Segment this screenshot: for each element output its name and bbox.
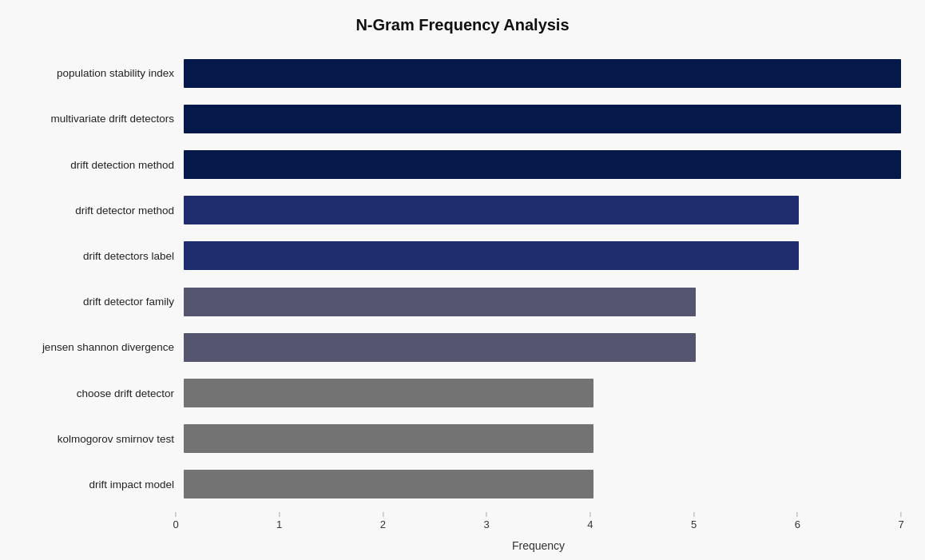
bar — [184, 196, 799, 224]
bar-container — [184, 196, 901, 224]
bar-row: jensen shannon divergence — [16, 324, 901, 370]
chart-title: N-Gram Frequency Analysis — [355, 16, 569, 34]
x-tick: 7 — [898, 512, 903, 530]
x-tick-line — [486, 512, 487, 517]
bar-label: kolmogorov smirnov test — [16, 433, 184, 445]
bar — [184, 424, 594, 453]
x-tick-label: 7 — [898, 518, 903, 530]
x-tick-label: 4 — [587, 518, 593, 530]
bar-row: kolmogorov smirnov test — [16, 416, 901, 462]
x-tick: 6 — [795, 512, 800, 530]
bar — [184, 333, 696, 362]
bar — [184, 470, 594, 498]
x-tick-line — [900, 512, 901, 517]
bar — [184, 150, 901, 179]
bar-row: drift detection method — [16, 141, 901, 187]
bar-row: choose drift detector — [16, 370, 901, 415]
x-tick-label: 5 — [691, 518, 697, 530]
bar-container — [184, 379, 901, 407]
chart-area: population stability indexmultivariate d… — [8, 50, 917, 552]
bar — [184, 105, 901, 133]
bar-container — [184, 150, 901, 179]
bar — [184, 241, 799, 270]
bar-container — [184, 241, 901, 270]
bar-label: drift detector family — [16, 296, 184, 308]
x-tick-line — [279, 512, 280, 517]
bar-label: choose drift detector — [16, 387, 184, 399]
bar-container — [184, 105, 901, 133]
bar — [184, 288, 696, 316]
x-axis-ticks: 01234567 — [176, 512, 901, 536]
bar-container — [184, 59, 901, 88]
bar-label: multivariate drift detectors — [16, 113, 184, 125]
x-tick-label: 3 — [484, 518, 490, 530]
x-tick-label: 2 — [380, 518, 386, 530]
x-tick: 1 — [276, 512, 282, 530]
bar-row: multivariate drift detectors — [16, 96, 901, 141]
bar-label: jensen shannon divergence — [16, 341, 184, 353]
bar-container — [184, 470, 901, 498]
bar-container — [184, 333, 901, 362]
x-tick-line — [693, 512, 694, 517]
x-tick-label: 1 — [276, 518, 282, 530]
bar-label: drift detectors label — [16, 250, 184, 262]
x-tick-line — [383, 512, 383, 517]
x-tick: 4 — [587, 512, 593, 530]
bar-row: drift impact model — [16, 462, 901, 507]
x-tick-line — [175, 512, 176, 517]
x-tick-label: 6 — [795, 518, 800, 530]
bar-row: population stability index — [16, 50, 901, 96]
x-tick-label: 0 — [173, 518, 178, 530]
bar-container — [184, 424, 901, 453]
bar-row: drift detectors label — [16, 233, 901, 279]
x-tick-line — [797, 512, 798, 517]
bar-row: drift detector method — [16, 188, 901, 233]
x-axis-label: Frequency — [8, 539, 901, 552]
bar-container — [184, 288, 901, 316]
bar-row: drift detector family — [16, 279, 901, 324]
x-tick-line — [590, 512, 590, 517]
x-tick: 3 — [484, 512, 490, 530]
bar — [184, 379, 594, 407]
x-tick: 2 — [380, 512, 386, 530]
bar-label: population stability index — [16, 67, 184, 79]
x-tick: 0 — [173, 512, 178, 530]
bar-label: drift detector method — [16, 205, 184, 216]
chart-body: population stability indexmultivariate d… — [8, 50, 901, 507]
bar — [184, 59, 901, 88]
bar-label: drift impact model — [16, 479, 184, 490]
bar-label: drift detection method — [16, 159, 184, 171]
x-axis-area: 01234567 — [8, 512, 901, 536]
x-tick: 5 — [691, 512, 697, 530]
